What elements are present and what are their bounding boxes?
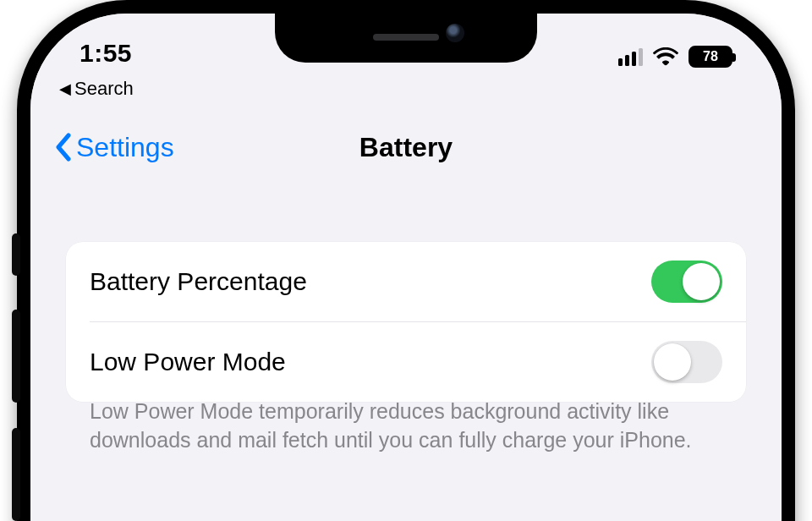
breadcrumb-label: Search <box>74 78 134 100</box>
back-triangle-icon: ◀︎ <box>59 81 71 96</box>
phone-frame: 1:55 78 ◀︎ Search Settings <box>17 0 795 521</box>
wifi-icon <box>653 47 678 66</box>
volume-up-button[interactable] <box>12 310 20 403</box>
mute-switch[interactable] <box>12 233 20 276</box>
back-button[interactable]: Settings <box>54 132 174 163</box>
breadcrumb-back[interactable]: ◀︎ Search <box>59 78 134 100</box>
battery-indicator: 78 <box>689 46 732 68</box>
front-camera <box>446 24 464 42</box>
toggle-low-power-mode[interactable] <box>651 341 722 383</box>
volume-down-button[interactable] <box>12 428 20 521</box>
row-label: Battery Percentage <box>90 267 307 296</box>
speaker-grille <box>373 34 439 41</box>
battery-percent: 78 <box>703 49 718 64</box>
screen: 1:55 78 ◀︎ Search Settings <box>30 14 782 521</box>
back-label: Settings <box>76 132 174 163</box>
chevron-left-icon <box>54 133 71 162</box>
settings-group: Battery Percentage Low Power Mode <box>66 242 746 402</box>
toggle-battery-percentage[interactable] <box>651 260 722 303</box>
section-footer: Low Power Mode temporarily reduces backg… <box>90 398 722 455</box>
page-title: Battery <box>359 132 453 163</box>
status-time: 1:55 <box>80 39 132 73</box>
cellular-signal-icon <box>618 48 643 66</box>
notch <box>275 14 537 63</box>
row-low-power-mode[interactable]: Low Power Mode <box>90 321 746 402</box>
nav-bar: Settings Battery <box>30 120 782 174</box>
row-label: Low Power Mode <box>90 348 286 376</box>
row-battery-percentage[interactable]: Battery Percentage <box>66 242 746 321</box>
